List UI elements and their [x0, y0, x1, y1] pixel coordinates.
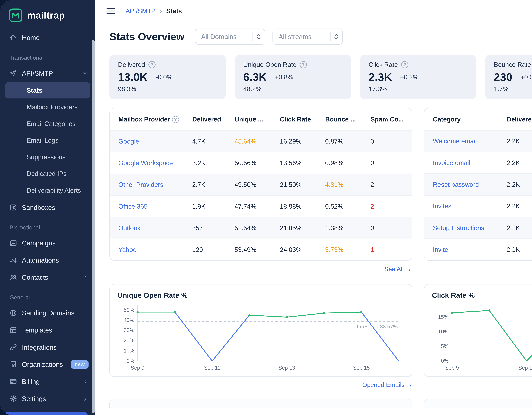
sidebar-item-api-smtp[interactable]: API/SMTP	[0, 65, 95, 82]
sidebar-subitem-suppressions[interactable]: Suppressions	[5, 149, 90, 165]
sidebar-item-label: API/SMTP	[22, 69, 53, 77]
sidebar-subitem-deliverability-alerts[interactable]: Deliverability Alerts	[5, 182, 90, 198]
row-link[interactable]: Office 365	[118, 203, 148, 210]
column-header[interactable]: Mailbox Provider ?	[110, 108, 188, 130]
see-all-link[interactable]: See All →	[110, 265, 411, 272]
column-header[interactable]: Unique ...	[231, 108, 276, 130]
sidebar-bottom-banner	[5, 412, 87, 415]
templates-icon	[10, 326, 17, 334]
column-header[interactable]: Delivered	[189, 108, 231, 130]
table-cell: 2.7K	[189, 174, 231, 195]
sidebar-item-label: Sending Domains	[22, 309, 75, 317]
row-link[interactable]: Other Providers	[118, 181, 163, 188]
table-cell: 2.1K	[503, 217, 532, 239]
settings-icon	[10, 395, 17, 403]
sidebar-item-home[interactable]: Home	[0, 29, 95, 46]
stat-card-rate: 48.2%	[243, 85, 342, 93]
sidebar-item-billing[interactable]: Billing	[0, 373, 95, 390]
sidebar-subitem-email-categories[interactable]: Email Categories	[5, 116, 90, 132]
table-cell: 0	[367, 130, 412, 152]
sidebar-item-campaigns[interactable]: Campaigns	[0, 234, 95, 252]
sidebar-item-label: Contacts	[22, 273, 48, 281]
stat-card-rate: 17.3%	[369, 85, 468, 93]
table-row: Reset password2.2K48.19%17.36%1.67%0	[424, 174, 532, 195]
tables-row: Mailbox Provider ?DeliveredUnique ...Cli…	[109, 108, 532, 273]
sidebar-item-settings[interactable]: Settings	[0, 390, 95, 407]
table-cell: 16.29%	[276, 130, 321, 152]
row-link[interactable]: Invoice email	[433, 159, 470, 166]
help-icon[interactable]: ?	[172, 116, 179, 123]
sidebar: mailtrap HomeTransactionalAPI/SMTPStatsM…	[0, 0, 95, 415]
sidebar-subitem-mailbox-providers[interactable]: Mailbox Providers	[5, 99, 90, 115]
sidebar-item-organizations[interactable]: Organizationsnew	[0, 356, 95, 373]
automations-icon	[10, 256, 17, 264]
table-cell: 1.38%	[321, 217, 367, 239]
main-area: API/SMTP › Stats M MT Demo (shared) Stat…	[95, 0, 532, 415]
home-icon	[10, 34, 17, 41]
breadcrumb-api-smtp[interactable]: API/SMTP	[125, 7, 156, 15]
menu-icon[interactable]	[106, 8, 115, 14]
column-header[interactable]: Spam Co...	[367, 108, 412, 130]
help-icon[interactable]: ?	[300, 61, 307, 68]
table-cell: 3.2K	[189, 152, 231, 174]
column-header[interactable]: Category	[424, 108, 503, 130]
svg-text:Sep 11: Sep 11	[519, 365, 532, 371]
table-cell: 53.49%	[231, 239, 276, 260]
sidebar-item-contacts[interactable]: Contacts	[0, 269, 95, 286]
stat-card-label: Unique Open Rate	[243, 61, 296, 68]
table-cell: 45.64%	[231, 130, 276, 152]
charts-row: Unique Open Rate %0%10%20%30%40%50%Sep 9…	[109, 284, 532, 388]
stat-card-rate: 98.3%	[118, 85, 217, 93]
sidebar-subitem-stats[interactable]: Stats	[5, 82, 90, 98]
sidebar-scrollbar[interactable]	[92, 40, 95, 413]
table-cell: 2.2K	[503, 174, 532, 195]
row-link[interactable]: Google	[118, 138, 139, 145]
table-cell: 0	[367, 152, 412, 174]
help-icon[interactable]: ?	[401, 61, 408, 68]
svg-text:Sep 9: Sep 9	[131, 365, 144, 371]
svg-text:Sep 11: Sep 11	[204, 365, 220, 371]
sidebar-subitem-dedicated-ips[interactable]: Dedicated IPs	[5, 165, 90, 182]
row-link[interactable]: Yahoo	[118, 246, 136, 253]
svg-text:5%: 5%	[441, 343, 449, 349]
svg-text:30%: 30%	[124, 327, 134, 333]
row-link[interactable]: Welcome email	[433, 137, 476, 145]
sidebar-subitem-email-logs[interactable]: Email Logs	[5, 132, 90, 148]
row-link[interactable]: Invites	[433, 203, 451, 210]
row-link[interactable]: Outlook	[118, 224, 141, 232]
sidebar-item-templates[interactable]: Templates	[0, 321, 95, 339]
sidebar-section-label: General	[0, 286, 95, 305]
sidebar-item-integrations[interactable]: Integrations	[0, 339, 95, 356]
svg-text:15%: 15%	[438, 314, 449, 320]
stat-card-delta: +0.2%	[400, 73, 418, 81]
row-link[interactable]: Setup Instructions	[433, 224, 484, 232]
stat-card-bounce-rate: Bounce Rate?230+0.0%1.7%	[485, 55, 532, 99]
table-cell: 2.2K	[503, 152, 532, 174]
sidebar-item-automations[interactable]: Automations	[0, 252, 95, 269]
sidebar-item-label: Templates	[22, 326, 52, 334]
chart-link[interactable]: Opened Emails →	[109, 381, 412, 388]
chart-link[interactable]: Email Clicks →	[424, 381, 532, 388]
row-link[interactable]: Invite	[433, 246, 448, 253]
sidebar-item-sending-domains[interactable]: Sending Domains	[0, 304, 95, 321]
stat-card-rate: 1.7%	[494, 85, 532, 93]
streams-select[interactable]: All streams	[273, 29, 343, 45]
see-all-link[interactable]: See All →	[425, 265, 532, 272]
streams-select-value: All streams	[279, 33, 325, 40]
column-header[interactable]: Click Rate	[276, 108, 321, 130]
chevron-down-icon	[82, 70, 88, 76]
table-cell: 2.2K	[503, 130, 532, 152]
chart-column: Click Rate %0%5%10%15%Sep 9Sep 11Sep 13S…	[424, 284, 532, 388]
column-header[interactable]: Bounce ...	[321, 108, 367, 130]
sidebar-item-label: Billing	[22, 378, 40, 386]
sidebar-item-sandboxes[interactable]: Sandboxes	[0, 199, 95, 216]
brand[interactable]: mailtrap	[0, 0, 95, 28]
row-link[interactable]: Google Workspace	[118, 159, 173, 166]
stat-cards-row: Delivered?13.0K-0.0%98.3%Unique Open Rat…	[109, 55, 532, 99]
help-icon[interactable]: ?	[148, 61, 156, 68]
domains-select[interactable]: All Domains	[195, 29, 265, 45]
header-row: Stats Overview All Domains All streams	[109, 29, 532, 45]
row-link[interactable]: Reset password	[433, 181, 479, 188]
table-cell: 2.2K	[503, 195, 532, 217]
column-header[interactable]: Delivered	[503, 108, 532, 130]
